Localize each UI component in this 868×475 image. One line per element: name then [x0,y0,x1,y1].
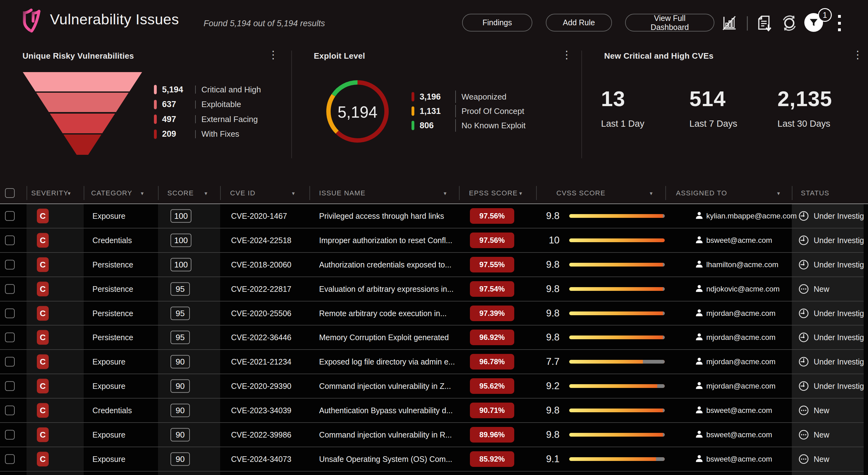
row-checkbox[interactable] [5,308,15,318]
column-header-score[interactable]: SCORE [167,189,194,197]
panel-kebab-icon[interactable]: ⋮ [268,49,279,60]
cve-id-cell: CVE-2022-36446 [231,333,291,342]
legend-marker [154,85,157,94]
stat-label: Last 30 Days [777,119,832,129]
person-icon [695,381,704,391]
filter-icon[interactable]: ▼ [291,190,296,196]
assigned-to-email: kylian.mbappe@acme.com [706,212,797,220]
table-row[interactable]: C Exposure 90 CVE-2020-29390 Command inj… [0,374,868,399]
cve-id-cell: CVE-2024-22518 [231,235,291,245]
row-checkbox[interactable] [5,454,15,464]
cvss-score-value: 9.8 [531,332,560,343]
funnel-chart [23,72,142,156]
epss-score-badge: 85.92% [470,451,514,467]
legend-item: 497External Facing [154,115,261,124]
table-row[interactable]: C Exposure 90 CVE-2022-39986 Command inj… [0,423,868,447]
table-row[interactable]: C Persistence 95 CVE-2022-22817 Evaluati… [0,277,868,302]
epss-score-badge: 90.71% [470,403,514,418]
stat-value: 2,135 [777,88,832,109]
status-label: New [814,284,868,293]
header-kebab-menu-icon[interactable] [838,15,842,31]
results-count: Found 5,194 out of 5,194 results [204,19,325,28]
stat-label: Last 1 Day [601,119,645,129]
table-row[interactable]: C Credentials 100 CVE-2024-22518 Imprope… [0,228,868,253]
person-icon [695,430,704,439]
column-header-issue-name[interactable]: ISSUE NAME [319,189,366,197]
table-row[interactable]: C Persistence 95 CVE-2022-36446 Memory C… [0,325,868,350]
legend-label: External Facing [202,115,258,124]
column-header-cvss-score[interactable]: CVSS SCORE [556,189,606,197]
row-checkbox[interactable] [5,430,15,439]
filter-icon[interactable]: ▼ [204,190,208,196]
filter-icon[interactable]: ▼ [140,190,145,196]
legend-item: 637Exploitable [154,100,261,109]
view-full-dashboard-button[interactable]: View Full Dashboard [625,14,714,32]
cvss-score-value: 9.8 [531,283,560,295]
severity-badge: C [37,403,49,418]
filter-icon[interactable]: ▼ [649,190,653,196]
header-divider [747,16,748,31]
row-checkbox[interactable] [5,235,15,245]
column-header-status[interactable]: STATUS [801,189,829,197]
column-header-epss-score[interactable]: EPSS SCORE [469,189,518,197]
legend-value: 1,131 [420,106,450,116]
row-checkbox[interactable] [5,211,15,221]
epss-score-badge: 95.62% [470,378,514,394]
findings-button[interactable]: Findings [462,14,532,32]
column-header-assigned-to[interactable]: ASSIGNED TO [676,189,727,197]
severity-badge: C [37,354,49,369]
row-checkbox[interactable] [5,260,15,269]
cvss-score-bar [569,239,665,242]
score-box: 95 [170,307,190,320]
filter-icon[interactable]: ▼ [518,190,523,196]
row-checkbox[interactable] [5,381,15,391]
panel-kebab-icon[interactable]: ⋮ [852,49,863,60]
severity-badge: C [37,427,49,442]
severity-badge: C [37,452,49,466]
filter-icon[interactable]: ▼ [443,190,447,196]
sync-refresh-icon[interactable] [781,14,798,32]
person-icon [695,235,704,245]
export-report-icon[interactable] [755,14,773,32]
cve-id-cell: CVE-2024-34073 [231,454,291,464]
stat-value: 13 [601,88,645,109]
row-checkbox[interactable] [5,333,15,342]
cvss-bar-remainder [656,457,665,461]
panel-kebab-icon[interactable]: ⋮ [561,49,572,60]
legend-value: 209 [162,129,189,139]
column-header-severity[interactable]: SEVERITY [31,189,68,197]
scrollbar-gutter[interactable] [864,204,868,475]
filter-icon[interactable]: ▼ [67,190,71,196]
severity-badge: C [37,306,49,320]
assigned-to-email: mjordan@acme.com [706,333,776,342]
table-row[interactable]: C Persistence 95 CVE-2020-25506 Remote a… [0,302,868,326]
column-header-cve-id[interactable]: CVE ID [230,189,255,197]
panel-divider [291,51,292,158]
filter-icon[interactable]: ▼ [776,190,781,196]
column-header-category[interactable]: CATEGORY [91,189,132,197]
table-row[interactable]: C Persistence 100 CVE-2018-20060 Authori… [0,253,868,277]
clock-icon [798,235,809,246]
assigned-to-email: mjordan@acme.com [706,357,776,366]
status-icon [798,308,809,319]
add-rule-button[interactable]: Add Rule [546,14,612,32]
table-row[interactable]: C Exposure 90 CVE-2024-34073 Unsafe Oper… [0,447,868,472]
legend-marker [154,100,157,109]
row-checkbox[interactable] [5,357,15,367]
chart-toggle-icon[interactable] [721,14,738,32]
table-row[interactable]: C Exposure 100 CVE-2020-1467 Privileged … [0,204,868,228]
row-checkbox[interactable] [5,406,15,415]
ellipsis-circle-icon [798,429,809,440]
table-row[interactable]: C Credentials 90 CVE-2023-34039 Authenti… [0,399,868,423]
cvss-bar-remainder [663,263,665,266]
panel-title-exploit-level: Exploit Level [314,51,365,61]
score-box: 90 [170,428,190,441]
row-checkbox[interactable] [5,284,15,294]
cve-id-cell: CVE-2022-39986 [231,430,291,439]
cvss-score-bar [569,336,665,339]
assigned-to-email: ndjokovic@acme.com [706,285,780,293]
cvss-score-bar [569,433,665,437]
table-row[interactable]: C Exposure 90 CVE-2021-21234 Exposed log… [0,350,868,374]
score-box: 90 [170,404,190,417]
select-all-checkbox[interactable] [5,188,15,198]
